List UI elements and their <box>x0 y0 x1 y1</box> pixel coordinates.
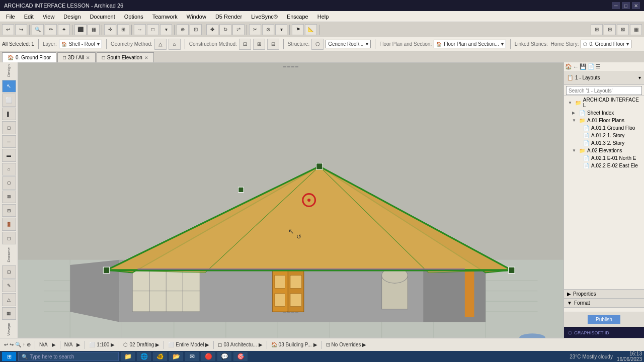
move-btn[interactable]: ✥ <box>206 24 218 35</box>
toggle1-btn[interactable]: ⊞ <box>591 24 603 35</box>
panel-doc-icon[interactable]: 📄 <box>588 63 595 70</box>
magic-wand-btn[interactable]: ✦ <box>58 24 70 35</box>
start-button[interactable]: ⊞ <box>2 352 16 361</box>
menu-item-teamwork[interactable]: Teamwork <box>148 13 182 21</box>
tab-ground-floor[interactable]: 🏠 0. Ground Floor <box>2 52 56 62</box>
floorplan-dropdown[interactable]: 🏠 Floor Plan and Section... ▾ <box>434 40 506 48</box>
object-tool[interactable]: ⊡ <box>2 265 16 278</box>
publish-button[interactable]: Publish <box>588 315 620 324</box>
model-status-arrow[interactable]: ▶ <box>205 342 209 347</box>
layer-status-arrow[interactable]: ▶ <box>155 342 159 347</box>
marquee-tool[interactable]: ⬜ <box>2 94 16 106</box>
line-tool[interactable]: ✎ <box>2 280 16 292</box>
minimize-btn[interactable]: ─ <box>612 2 620 9</box>
redo-btn[interactable]: ↪ <box>15 24 27 35</box>
marquee-btn[interactable]: ▦ <box>88 24 100 35</box>
mirror-btn[interactable]: ⇌ <box>232 24 245 35</box>
forward-btn[interactable]: ▶ <box>52 342 56 347</box>
tree-item-2[interactable]: ▼📁A.01 Floor Plans <box>564 117 644 124</box>
menu-item-options[interactable]: Options <box>120 13 147 21</box>
taskbar-app-folder[interactable]: 📂 <box>169 352 183 361</box>
drop2-btn[interactable]: ▾ <box>275 24 287 35</box>
stretch-btn[interactable]: ↔ <box>134 24 146 35</box>
tree-item-8[interactable]: 📄A.02.2 E-02 East Ele <box>564 162 644 169</box>
measure-btn[interactable]: 📐 <box>305 24 317 35</box>
arch-status-arrow[interactable]: ▶ <box>259 342 263 347</box>
menu-item-design[interactable]: Design <box>59 13 85 21</box>
stair-tool[interactable]: ⊟ <box>2 204 16 217</box>
panel-save-icon[interactable]: 💾 <box>580 63 587 70</box>
con-btn3[interactable]: ⊟ <box>267 39 279 50</box>
taskbar-app-fish[interactable]: 🐠 <box>153 352 167 361</box>
maximize-btn[interactable]: □ <box>622 2 630 9</box>
home-story-dropdown[interactable]: ⬡ 0. Ground Floor ▾ <box>581 40 631 48</box>
building-status-arrow[interactable]: ▶ <box>313 342 317 347</box>
structure-dropdown[interactable]: Generic Roof/... ▾ <box>326 40 371 48</box>
offset-btn[interactable]: ⊘ <box>262 24 274 35</box>
fill-tool[interactable]: △ <box>2 293 16 306</box>
scale-arrow[interactable]: ▶ <box>111 342 115 347</box>
menu-item-edit[interactable]: Edit <box>20 13 38 21</box>
menu-item-file[interactable]: File <box>2 13 19 21</box>
column-tool[interactable]: ◻ <box>2 121 16 134</box>
taskbar-app-files[interactable]: 📁 <box>121 352 135 361</box>
toggle3-btn[interactable]: ⊠ <box>617 24 629 35</box>
con-btn2[interactable]: ⊞ <box>253 39 265 50</box>
panel-list-icon[interactable]: ☰ <box>596 63 601 70</box>
drop-btn[interactable]: ▾ <box>160 24 172 35</box>
geo-btn2[interactable]: ⌂ <box>169 39 181 50</box>
toggle4-btn[interactable]: ▦ <box>630 24 642 35</box>
panel-back-icon[interactable]: ← <box>573 64 579 70</box>
slab-tool[interactable]: ▬ <box>2 149 16 161</box>
undo-status[interactable]: ↩ ↪ 🔍 ↑ ⊕ <box>4 342 31 347</box>
forward-btn2[interactable]: ▶ <box>76 342 80 347</box>
tree-item-1[interactable]: ▶📄Sheet Index <box>564 109 644 117</box>
flag-btn[interactable]: ⚑ <box>292 24 304 35</box>
mesh-tool[interactable]: ▦ <box>2 307 16 320</box>
str-icon-btn[interactable]: ⬡ <box>311 39 324 50</box>
insert-btn[interactable]: ⊕ <box>177 24 189 35</box>
tree-item-0[interactable]: ▼📁ARCHICAD INTERFACE L <box>564 96 644 109</box>
tab-south-close[interactable]: ✕ <box>144 55 148 60</box>
door-tool[interactable]: 🚪 <box>2 218 16 230</box>
canvas-area[interactable]: ↖ ↺ <box>18 62 564 338</box>
trim-btn[interactable]: ✂ <box>249 24 261 35</box>
menu-item-drender[interactable]: D5 Render <box>211 13 246 21</box>
roof-tool[interactable]: ⌂ <box>2 163 16 175</box>
edit-btn[interactable]: ✏ <box>45 24 57 35</box>
tree-item-6[interactable]: ▼📁A.02 Elevations <box>564 147 644 154</box>
tree-item-7[interactable]: 📄A.02.1 E-01 North E <box>564 154 644 162</box>
morph-tool[interactable]: ⊠ <box>2 191 16 203</box>
snap-btn[interactable]: ✛ <box>104 24 116 35</box>
panel-header[interactable]: 📋 1 - Layouts ▾ <box>564 71 644 85</box>
shell-tool[interactable]: ⬡ <box>2 176 16 189</box>
tree-item-3[interactable]: 📄A.01.1 Ground Floo <box>564 124 644 132</box>
taskbar-app-circle[interactable]: 🔴 <box>201 352 215 361</box>
format-section-header[interactable]: ▼ Format <box>564 299 644 308</box>
menu-item-document[interactable]: Document <box>86 13 119 21</box>
geo-btn1[interactable]: △ <box>154 39 167 50</box>
undo-btn[interactable]: ↩ <box>2 24 14 35</box>
element-btn[interactable]: ⊡ <box>190 24 202 35</box>
tab-3d-all[interactable]: □ 3D / All ✕ <box>57 52 96 62</box>
taskbar-app-edge[interactable]: 🌐 <box>137 352 151 361</box>
guide-btn[interactable]: ⊞ <box>117 24 129 35</box>
tab-3d-close[interactable]: ✕ <box>86 55 90 60</box>
window-tool[interactable]: ◻ <box>2 232 16 244</box>
select-tool[interactable]: ↖ <box>2 80 16 93</box>
layer-dropdown[interactable]: 🏠 Shell - Roof ▾ <box>59 40 102 48</box>
con-btn1[interactable]: ⊡ <box>239 39 251 50</box>
taskbar-app-archicad[interactable]: 🎯 <box>233 352 248 361</box>
zoom-btn[interactable]: 🔍 <box>32 24 44 35</box>
taskbar-search[interactable]: 🔍 Type here to search <box>18 352 119 361</box>
menu-item-window[interactable]: Window <box>183 13 210 21</box>
tree-item-4[interactable]: 📄A.01.2 1. Story <box>564 132 644 139</box>
tab-south-elevation[interactable]: □ South Elevation ✕ <box>97 52 154 62</box>
menu-item-enscape[interactable]: Enscape <box>283 13 312 21</box>
close-btn[interactable]: ✕ <box>632 2 640 9</box>
menu-item-livesync[interactable]: LiveSync® <box>247 13 282 21</box>
rotate-btn[interactable]: ↻ <box>219 24 231 35</box>
overrides-arrow[interactable]: ▶ <box>362 342 366 347</box>
taskbar-app-chat[interactable]: 💬 <box>217 352 231 361</box>
toggle2-btn[interactable]: ⊟ <box>604 24 616 35</box>
